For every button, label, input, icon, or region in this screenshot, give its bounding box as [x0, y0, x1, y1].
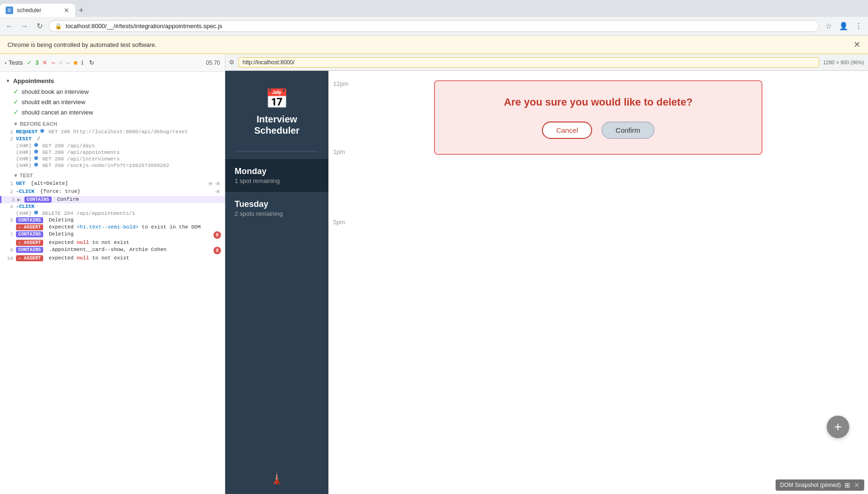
test-label-0: should book an interview — [22, 88, 89, 95]
day-slot-monday[interactable]: Monday 1 spot remaining — [225, 159, 328, 192]
scheduler-app: 📅 InterviewScheduler Monday 1 spot remai… — [225, 71, 868, 494]
delete-modal-title: Are you sure you would like to delete? — [454, 96, 743, 108]
viewport-toolbar: ⚙ http://localhost:8000/ 1280 × 900 (96%… — [225, 54, 868, 71]
back-button[interactable]: ← — [4, 21, 15, 32]
bookmark-button[interactable]: ☆ — [823, 21, 834, 32]
before-row-2: 2 VISIT / — [0, 136, 225, 143]
tab-bar: 🗓 scheduler ✕ + — [0, 0, 868, 17]
assert-badge-3: - ASSERT — [16, 255, 43, 261]
viewport-content: 📅 InterviewScheduler Monday 1 spot remai… — [225, 71, 868, 494]
new-tab-button[interactable]: + — [75, 6, 88, 15]
pass-count: 3 — [36, 60, 39, 66]
eye-off-icon-2: 👁 — [215, 181, 221, 188]
test-label-2: should cancel an interview — [22, 109, 93, 116]
contains-badge-5: CONTAINS — [16, 217, 43, 223]
sidebar-bottom: 🗼 — [260, 463, 293, 494]
forward-button[interactable]: → — [19, 21, 30, 32]
test-label-1: should edit an interview — [22, 99, 85, 106]
tests-label: Tests — [8, 59, 23, 66]
day-spots-monday: 1 spot remaining — [235, 177, 319, 184]
active-tab[interactable]: 🗓 scheduler ✕ — [0, 4, 75, 17]
menu-button[interactable]: ⋮ — [853, 21, 864, 32]
logo-title: InterviewScheduler — [254, 114, 300, 136]
browser-window: 🗓 scheduler ✕ + ← → ↻ 🔒 localhost:8000/_… — [0, 0, 868, 494]
test-code: 1 GET [alt=Delete] 👁 👁 2 -CLICK {force: … — [0, 180, 225, 262]
contains-badge-7: CONTAINS — [16, 231, 43, 237]
settings-icon: ⚙ — [229, 59, 235, 66]
pin-icon: ▶ — [17, 197, 21, 203]
pass-check-icon-0: ✓ — [13, 88, 19, 95]
chevron-left-icon: ‹ — [5, 59, 7, 66]
dot-icon — [40, 129, 44, 133]
status-dot-orange — [74, 61, 77, 65]
scheduler-logo: 📅 InterviewScheduler — [247, 80, 307, 144]
suite-header-appointments[interactable]: ▼ Appointments — [0, 76, 225, 86]
fail-icon: ✕ — [42, 59, 47, 66]
reload-button[interactable]: ↻ — [34, 21, 45, 32]
viewport-url-bar[interactable]: http://localhost:8000/ — [238, 57, 819, 68]
xhr-row-3: (XHR) GET 200 /api/interviewers — [0, 156, 225, 162]
dot-icon — [34, 211, 38, 214]
lighthouse-icon: 🗼 — [270, 472, 284, 485]
right-panel: ⚙ http://localhost:8000/ 1280 × 900 (96%… — [225, 54, 868, 494]
eye-off-icon: 👁 — [208, 181, 213, 188]
day-name-monday: Monday — [235, 167, 319, 176]
dot-icon — [34, 150, 38, 153]
automation-banner: Chrome is being controlled by automated … — [0, 36, 868, 54]
timer-display: 05.70 — [206, 60, 220, 66]
pass-check-icon-2: ✓ — [13, 108, 19, 116]
assert-badge-1: - ASSERT — [16, 224, 43, 230]
test-item-2[interactable]: ✓ should cancel an interview — [0, 107, 225, 117]
assert-badge-2: - ASSERT — [16, 240, 43, 246]
banner-close-button[interactable]: ✕ — [853, 39, 860, 50]
xhr-row-2: (XHR) GET 200 /api/appointments — [0, 149, 225, 156]
pass-icon: ✓ — [27, 59, 32, 66]
tests-nav-button[interactable]: ‹ Tests — [5, 59, 23, 66]
day-spots-tuesday: 2 spots remaining — [235, 210, 319, 217]
xhr-row-1: (XHR) GET 200 /api/days — [0, 143, 225, 149]
confirm-button[interactable]: Confirm — [602, 122, 655, 139]
viewport-size-display: 1280 × 900 (96%) — [823, 60, 864, 65]
test-item-1[interactable]: ✓ should edit an interview — [0, 97, 225, 107]
test-arrow: ▼ — [13, 173, 20, 178]
before-each-arrow: ▼ — [13, 121, 20, 127]
test-row-2: 2 -CLICK {force: true} 👁 — [0, 188, 225, 196]
url-bar[interactable]: 🔒 localhost:8000/__/#/tests/integration/… — [49, 20, 819, 32]
test-runner: ‹ Tests ✓ 3 ✕ -- ○ -- ℹ ↻ 05.70 ▼ Appoin — [0, 54, 868, 494]
dot-icon — [34, 163, 38, 167]
before-each-code: 1 REQUEST GET 200 http://localhost:8000/… — [0, 129, 225, 169]
tab-close-button[interactable]: ✕ — [64, 7, 69, 14]
test-row-10: 10 - ASSERT expected null to not exist — [0, 255, 225, 262]
day-name-tuesday: Tuesday — [235, 199, 319, 209]
test-row-5: 5 CONTAINS Deleting — [0, 217, 225, 224]
dot-icon — [34, 143, 38, 147]
automation-text: Chrome is being controlled by automated … — [8, 41, 157, 48]
num-badge-7: 8 — [213, 231, 221, 239]
suite-name: Appointments — [13, 77, 54, 84]
num-badge-9: 8 — [213, 247, 221, 254]
before-each-label: ▼ BEFORE EACH — [0, 119, 225, 129]
reload-tests-button[interactable]: ↻ — [89, 59, 94, 66]
before-row-1: 1 REQUEST GET 200 http://localhost:8000/… — [0, 129, 225, 136]
test-list: ▼ Appointments ✓ should book an intervie… — [0, 72, 225, 494]
left-panel: ‹ Tests ✓ 3 ✕ -- ○ -- ℹ ↻ 05.70 ▼ Appoin — [0, 54, 225, 494]
profile-button[interactable]: 👤 — [838, 21, 849, 32]
scheduler-sidebar: 📅 InterviewScheduler Monday 1 spot remai… — [225, 71, 328, 494]
fail-count: -- — [51, 60, 55, 66]
day-slot-tuesday[interactable]: Tuesday 2 spots remaining — [225, 192, 328, 225]
contains-badge-3: CONTAINS — [24, 197, 52, 203]
test-row-9: 9 CONTAINS .appointment__card--show, Arc… — [0, 246, 225, 255]
cancel-button[interactable]: Cancel — [542, 122, 592, 139]
tab-title: scheduler — [17, 7, 60, 14]
delete-modal-buttons: Cancel Confirm — [454, 122, 743, 139]
test-toolbar: ‹ Tests ✓ 3 ✕ -- ○ -- ℹ ↻ 05.70 — [0, 54, 225, 72]
pending-count: -- — [66, 60, 70, 66]
test-label: ▼ TEST — [0, 171, 225, 180]
dot-icon — [34, 156, 38, 160]
test-row-1: 1 GET [alt=Delete] 👁 👁 — [0, 180, 225, 188]
viewport-url-text: http://localhost:8000/ — [243, 59, 295, 66]
test-item-0[interactable]: ✓ should book an interview — [0, 86, 225, 97]
scheduler-main: 12pm 1pm 5pm Are you sure you would like… — [328, 71, 868, 494]
delete-modal: Are you sure you would like to delete? C… — [434, 80, 762, 155]
test-row-3[interactable]: 3 ▶ CONTAINS Confirm — [0, 196, 225, 203]
